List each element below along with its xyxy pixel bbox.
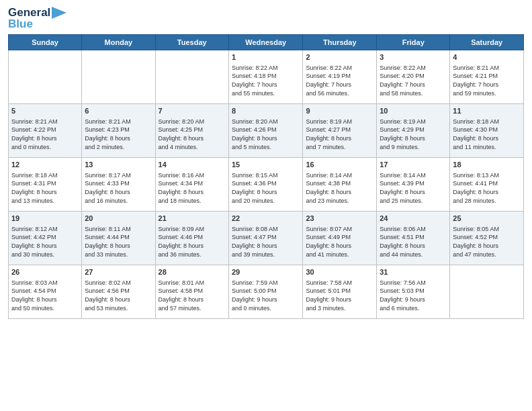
day-info: Sunrise: 8:11 AM Sunset: 4:44 PM Dayligh… <box>85 225 152 259</box>
day-info: Sunrise: 8:13 AM Sunset: 4:41 PM Dayligh… <box>453 171 521 205</box>
day-info: Sunrise: 8:18 AM Sunset: 4:31 PM Dayligh… <box>11 171 79 205</box>
day-number: 16 <box>306 160 373 170</box>
calendar-cell: 22Sunrise: 8:08 AM Sunset: 4:47 PM Dayli… <box>229 212 303 265</box>
day-number: 27 <box>85 267 152 277</box>
day-info: Sunrise: 8:19 AM Sunset: 4:27 PM Dayligh… <box>306 118 373 151</box>
calendar-cell: 4Sunrise: 8:21 AM Sunset: 4:21 PM Daylig… <box>450 50 524 104</box>
calendar-cell <box>9 50 82 104</box>
calendar-cell: 21Sunrise: 8:09 AM Sunset: 4:46 PM Dayli… <box>155 212 228 265</box>
day-info: Sunrise: 7:59 AM Sunset: 5:00 PM Dayligh… <box>232 279 300 312</box>
calendar-cell: 15Sunrise: 8:15 AM Sunset: 4:36 PM Dayli… <box>229 158 303 212</box>
day-number: 8 <box>232 106 300 116</box>
day-info: Sunrise: 8:22 AM Sunset: 4:18 PM Dayligh… <box>232 64 300 97</box>
header: General Blue <box>8 7 524 30</box>
day-info: Sunrise: 8:16 AM Sunset: 4:34 PM Dayligh… <box>159 171 226 205</box>
day-number: 23 <box>306 214 373 224</box>
logo: General Blue <box>8 7 66 30</box>
calendar-header-thursday: Thursday <box>303 35 377 50</box>
day-number: 10 <box>380 106 447 116</box>
calendar-cell: 3Sunrise: 8:22 AM Sunset: 4:20 PM Daylig… <box>377 50 450 104</box>
calendar-week-row: 1Sunrise: 8:22 AM Sunset: 4:18 PM Daylig… <box>9 50 524 104</box>
calendar-header-wednesday: Wednesday <box>229 35 303 50</box>
calendar-cell: 24Sunrise: 8:06 AM Sunset: 4:51 PM Dayli… <box>377 212 450 265</box>
logo-arrow-icon <box>52 7 66 19</box>
day-info: Sunrise: 8:03 AM Sunset: 4:54 PM Dayligh… <box>11 279 79 312</box>
calendar-cell: 30Sunrise: 7:58 AM Sunset: 5:01 PM Dayli… <box>303 265 377 319</box>
day-info: Sunrise: 8:09 AM Sunset: 4:46 PM Dayligh… <box>159 225 226 259</box>
day-number: 31 <box>380 267 447 277</box>
day-number: 17 <box>380 160 447 170</box>
day-info: Sunrise: 7:56 AM Sunset: 5:03 PM Dayligh… <box>380 279 447 312</box>
day-info: Sunrise: 8:22 AM Sunset: 4:19 PM Dayligh… <box>306 64 373 97</box>
calendar-cell: 6Sunrise: 8:21 AM Sunset: 4:23 PM Daylig… <box>82 104 155 158</box>
calendar-cell: 9Sunrise: 8:19 AM Sunset: 4:27 PM Daylig… <box>303 104 377 158</box>
calendar-week-row: 5Sunrise: 8:21 AM Sunset: 4:22 PM Daylig… <box>9 104 524 158</box>
calendar-cell: 12Sunrise: 8:18 AM Sunset: 4:31 PM Dayli… <box>9 158 82 212</box>
day-number: 6 <box>85 106 152 116</box>
day-number: 9 <box>306 106 373 116</box>
day-info: Sunrise: 8:02 AM Sunset: 4:56 PM Dayligh… <box>85 279 152 312</box>
calendar-cell: 11Sunrise: 8:18 AM Sunset: 4:30 PM Dayli… <box>450 104 524 158</box>
calendar-header-friday: Friday <box>377 35 450 50</box>
day-info: Sunrise: 8:08 AM Sunset: 4:47 PM Dayligh… <box>232 225 300 259</box>
day-info: Sunrise: 8:07 AM Sunset: 4:49 PM Dayligh… <box>306 225 373 259</box>
calendar-cell: 7Sunrise: 8:20 AM Sunset: 4:25 PM Daylig… <box>155 104 228 158</box>
calendar-week-row: 19Sunrise: 8:12 AM Sunset: 4:42 PM Dayli… <box>9 212 524 265</box>
calendar-cell: 17Sunrise: 8:14 AM Sunset: 4:39 PM Dayli… <box>377 158 450 212</box>
calendar-cell: 14Sunrise: 8:16 AM Sunset: 4:34 PM Dayli… <box>155 158 228 212</box>
day-number: 25 <box>453 214 521 224</box>
calendar-header-sunday: Sunday <box>9 35 82 50</box>
day-number: 30 <box>306 267 373 277</box>
calendar-cell: 31Sunrise: 7:56 AM Sunset: 5:03 PM Dayli… <box>377 265 450 319</box>
day-number: 15 <box>232 160 300 170</box>
day-info: Sunrise: 8:14 AM Sunset: 4:38 PM Dayligh… <box>306 171 373 205</box>
day-info: Sunrise: 8:14 AM Sunset: 4:39 PM Dayligh… <box>380 171 447 205</box>
calendar-cell: 13Sunrise: 8:17 AM Sunset: 4:33 PM Dayli… <box>82 158 155 212</box>
day-number: 18 <box>453 160 521 170</box>
logo-blue: Blue <box>8 18 33 31</box>
day-number: 1 <box>232 52 300 62</box>
calendar-header-row: SundayMondayTuesdayWednesdayThursdayFrid… <box>9 35 524 50</box>
calendar-week-row: 26Sunrise: 8:03 AM Sunset: 4:54 PM Dayli… <box>9 265 524 319</box>
day-number: 28 <box>159 267 226 277</box>
day-number: 4 <box>453 52 521 62</box>
calendar-week-row: 12Sunrise: 8:18 AM Sunset: 4:31 PM Dayli… <box>9 158 524 212</box>
day-info: Sunrise: 8:18 AM Sunset: 4:30 PM Dayligh… <box>453 118 521 151</box>
day-number: 12 <box>11 160 79 170</box>
day-number: 2 <box>306 52 373 62</box>
day-number: 7 <box>159 106 226 116</box>
day-number: 22 <box>232 214 300 224</box>
calendar-cell: 28Sunrise: 8:01 AM Sunset: 4:58 PM Dayli… <box>155 265 228 319</box>
calendar-cell <box>82 50 155 104</box>
day-number: 5 <box>11 106 79 116</box>
day-info: Sunrise: 8:12 AM Sunset: 4:42 PM Dayligh… <box>11 225 79 259</box>
day-info: Sunrise: 8:21 AM Sunset: 4:23 PM Dayligh… <box>85 118 152 151</box>
day-info: Sunrise: 8:22 AM Sunset: 4:20 PM Dayligh… <box>380 64 447 97</box>
day-info: Sunrise: 8:20 AM Sunset: 4:26 PM Dayligh… <box>232 118 300 151</box>
day-number: 19 <box>11 214 79 224</box>
day-info: Sunrise: 8:06 AM Sunset: 4:51 PM Dayligh… <box>380 225 447 259</box>
day-info: Sunrise: 7:58 AM Sunset: 5:01 PM Dayligh… <box>306 279 373 312</box>
day-info: Sunrise: 8:20 AM Sunset: 4:25 PM Dayligh… <box>159 118 226 151</box>
calendar-header-saturday: Saturday <box>450 35 524 50</box>
calendar-cell: 26Sunrise: 8:03 AM Sunset: 4:54 PM Dayli… <box>9 265 82 319</box>
calendar: SundayMondayTuesdayWednesdayThursdayFrid… <box>8 34 524 319</box>
day-info: Sunrise: 8:21 AM Sunset: 4:21 PM Dayligh… <box>453 64 521 97</box>
day-number: 26 <box>11 267 79 277</box>
calendar-cell: 23Sunrise: 8:07 AM Sunset: 4:49 PM Dayli… <box>303 212 377 265</box>
day-number: 29 <box>232 267 300 277</box>
day-number: 24 <box>380 214 447 224</box>
day-number: 21 <box>159 214 226 224</box>
svg-marker-0 <box>52 7 66 19</box>
calendar-cell: 29Sunrise: 7:59 AM Sunset: 5:00 PM Dayli… <box>229 265 303 319</box>
calendar-cell: 19Sunrise: 8:12 AM Sunset: 4:42 PM Dayli… <box>9 212 82 265</box>
day-info: Sunrise: 8:15 AM Sunset: 4:36 PM Dayligh… <box>232 171 300 205</box>
calendar-cell: 8Sunrise: 8:20 AM Sunset: 4:26 PM Daylig… <box>229 104 303 158</box>
day-info: Sunrise: 8:05 AM Sunset: 4:52 PM Dayligh… <box>453 225 521 259</box>
calendar-cell <box>450 265 524 319</box>
calendar-cell: 16Sunrise: 8:14 AM Sunset: 4:38 PM Dayli… <box>303 158 377 212</box>
calendar-cell: 27Sunrise: 8:02 AM Sunset: 4:56 PM Dayli… <box>82 265 155 319</box>
calendar-cell: 1Sunrise: 8:22 AM Sunset: 4:18 PM Daylig… <box>229 50 303 104</box>
day-info: Sunrise: 8:21 AM Sunset: 4:22 PM Dayligh… <box>11 118 79 151</box>
calendar-header-tuesday: Tuesday <box>155 35 228 50</box>
